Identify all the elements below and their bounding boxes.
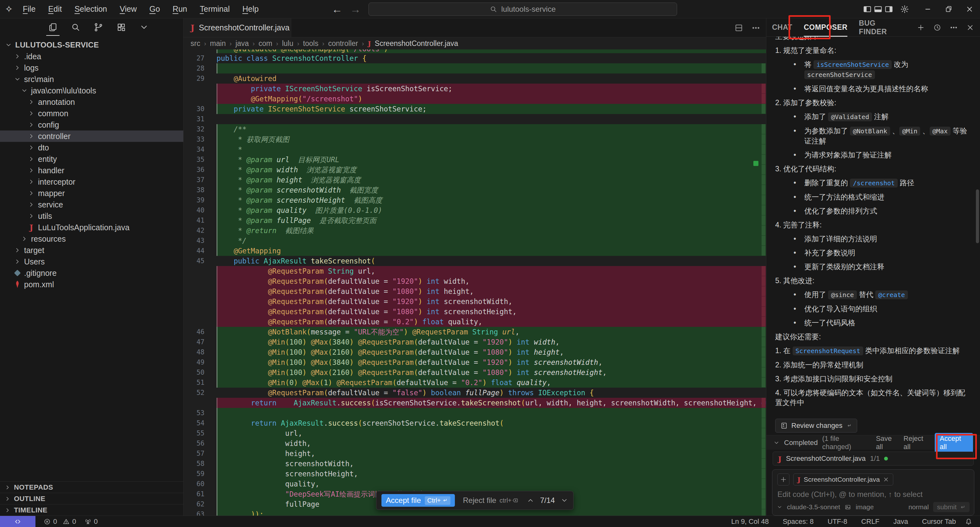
code-line-deleted[interactable]: @RequestParam(defaultValue = "0.2") floa… <box>184 317 766 327</box>
toggle-panel-icon[interactable] <box>873 5 883 14</box>
code-line-deleted[interactable]: @GetMapping("/screenshot") <box>184 94 766 104</box>
panel-scrollbar[interactable] <box>976 189 979 243</box>
menu-help[interactable]: Help <box>237 3 264 16</box>
more-icon[interactable] <box>950 24 958 32</box>
code-line-38[interactable]: 38 * @param screenshotWidth 截图宽度 <box>184 185 766 195</box>
code-line-39[interactable]: 39 * @param screenshotHeight 截图高度 <box>184 195 766 205</box>
menu-selection[interactable]: Selection <box>69 3 112 16</box>
code-line-50[interactable]: 50 @Min(100) @Max(2160) @RequestParam(de… <box>184 368 766 377</box>
tree-item-mapper[interactable]: mapper <box>0 188 183 199</box>
code-line-34[interactable]: 34 * <box>184 145 766 154</box>
source-control-icon[interactable] <box>93 21 104 33</box>
tree-item-src-main[interactable]: src\main <box>0 73 183 85</box>
status-encoding[interactable]: UTF-8 <box>828 517 847 526</box>
tree-item--gitignore[interactable]: .gitignore <box>0 267 183 279</box>
image-label[interactable]: image <box>856 503 873 511</box>
tab-chat[interactable]: CHAT <box>772 18 792 37</box>
code-line-deleted[interactable]: @Validated @RequestMapping("/tools") <box>184 49 766 53</box>
code-line-40[interactable]: 40 * @param quality 图片质量(0.0-1.0) <box>184 205 766 215</box>
command-search-box[interactable]: lulutools-service <box>368 3 677 16</box>
menu-terminal[interactable]: Terminal <box>195 3 235 16</box>
image-icon[interactable] <box>845 504 851 511</box>
tree-item-interceptor[interactable]: interceptor <box>0 176 183 188</box>
code-line-27[interactable]: 27public class ScreenshotController { <box>184 53 766 63</box>
menu-view[interactable]: View <box>115 3 142 16</box>
code-line-deleted[interactable]: private IScreenShotService isScreenShotS… <box>184 84 766 94</box>
window-restore-button[interactable] <box>938 0 959 18</box>
code-line-32[interactable]: 32 /** <box>184 124 766 134</box>
more-actions-icon[interactable] <box>751 24 760 32</box>
breadcrumb-item[interactable]: java <box>235 39 249 48</box>
status-indentation[interactable]: Spaces: 8 <box>783 517 814 526</box>
context-file-chip[interactable]: J ScreenshotController.java <box>793 473 893 486</box>
code-line-54[interactable]: 54 return AjaxResult.success(screenShotS… <box>184 418 766 428</box>
code-line-60[interactable]: 60 quality, <box>184 479 766 489</box>
code-line-37[interactable]: 37 * @param height 浏览器视窗高度 <box>184 175 766 185</box>
mode-label[interactable]: normal <box>908 503 929 511</box>
code-line-41[interactable]: 41 * @param fullPage 是否截取完整页面 <box>184 215 766 226</box>
code-line-58[interactable]: 58 screenshotWidth, <box>184 459 766 469</box>
history-icon[interactable] <box>933 24 941 32</box>
submit-button[interactable]: submit <box>933 502 970 512</box>
code-line-48[interactable]: 48 @Min(100) @Max(2160) @RequestParam(de… <box>184 347 766 357</box>
composer-input[interactable]: J ScreenshotController.java Edit code (C… <box>772 470 974 516</box>
save-all-button[interactable]: Save all <box>876 435 899 451</box>
breadcrumb[interactable]: src›main›java›com›lulu›tools›controller›… <box>184 37 766 49</box>
menu-file[interactable]: File <box>18 3 41 16</box>
accept-file-button[interactable]: Accept file Ctrl+ <box>382 494 455 507</box>
code-line-33[interactable]: 33 * 获取网页截图 <box>184 134 766 145</box>
changed-file-row[interactable]: J ScreenshotController.java 1/1 <box>773 452 974 466</box>
code-line-42[interactable]: 42 * @return 截图结果 <box>184 226 766 236</box>
code-line-56[interactable]: 56 width, <box>184 438 766 449</box>
section-outline[interactable]: OUTLINE <box>0 493 183 504</box>
tree-item-resources[interactable]: resources <box>0 233 183 245</box>
tree-item-pom-xml[interactable]: pom.xml <box>0 279 183 290</box>
window-minimize-button[interactable] <box>917 0 938 18</box>
tree-item-controller[interactable]: controller <box>0 131 183 142</box>
code-line-63[interactable]: 63 )); <box>184 509 766 516</box>
prev-change-icon[interactable] <box>527 497 534 504</box>
breadcrumb-item[interactable]: com <box>259 39 272 48</box>
diff-stage-marker[interactable] <box>753 161 759 166</box>
code-line-30[interactable]: 30 private IScreenShotService screenShot… <box>184 104 766 114</box>
tree-item-logs[interactable]: logs <box>0 62 183 73</box>
collapse-completed-icon[interactable] <box>773 439 780 446</box>
breadcrumb-item[interactable]: controller <box>328 39 358 48</box>
code-line-35[interactable]: 35 * @param url 目标网页URL <box>184 154 766 165</box>
settings-gear-icon[interactable] <box>900 5 909 14</box>
split-editor-icon[interactable] <box>734 24 743 32</box>
breadcrumb-item[interactable]: ScreenshotController.java <box>375 39 458 48</box>
close-panel-icon[interactable] <box>966 24 974 32</box>
files-view-icon[interactable] <box>48 21 58 33</box>
tree-item-lulutoolsapplication-java[interactable]: JLuLuToolsApplication.java <box>0 222 183 233</box>
tab-screenshotcontroller[interactable]: J ScreenshotController.java <box>184 18 291 37</box>
code-line-36[interactable]: 36 * @param width 浏览器视窗宽度 <box>184 165 766 175</box>
code-line-deleted[interactable]: return AjaxResult.success(isScreenShotSe… <box>184 398 766 408</box>
code-line-deleted[interactable]: @RequestParam(defaultValue = "1920") int… <box>184 296 766 307</box>
tree-item--idea[interactable]: .idea <box>0 51 183 62</box>
code-line-45[interactable]: 45 public AjaxResult takeScreenshot( <box>184 256 766 266</box>
tree-item-lulutools-service[interactable]: LULUTOOLS-SERVICE <box>0 39 183 51</box>
status-eol[interactable]: CRLF <box>861 517 879 526</box>
add-context-button[interactable] <box>777 473 789 486</box>
section-timeline[interactable]: TIMELINE <box>0 504 183 516</box>
breadcrumb-item[interactable]: tools <box>303 39 318 48</box>
breadcrumb-item[interactable]: src <box>191 39 200 48</box>
tree-item-entity[interactable]: entity <box>0 153 183 165</box>
back-arrow-icon[interactable]: ← <box>332 4 342 14</box>
code-line-55[interactable]: 55 url, <box>184 428 766 438</box>
extensions-icon[interactable] <box>116 21 127 33</box>
remove-chip-icon[interactable] <box>883 476 889 482</box>
tree-item-annotation[interactable]: annotation <box>0 96 183 108</box>
code-line-59[interactable]: 59 screenshotHeight, <box>184 469 766 479</box>
menu-go[interactable]: Go <box>144 3 165 16</box>
model-dropdown-icon[interactable] <box>777 504 783 510</box>
code-line-29[interactable]: 29 @Autowired <box>184 73 766 84</box>
code-line-53[interactable]: 53 <box>184 408 766 418</box>
new-composer-icon[interactable] <box>917 24 925 32</box>
ports-indicator[interactable]: 0 <box>84 517 98 526</box>
code-editor[interactable]: @Validated @RequestMapping("/tools")27pu… <box>184 49 766 516</box>
toggle-secondary-sidebar-icon[interactable] <box>885 5 893 14</box>
tab-bug-finder[interactable]: BUG FINDER <box>859 18 905 37</box>
code-line-31[interactable]: 31 <box>184 114 766 124</box>
